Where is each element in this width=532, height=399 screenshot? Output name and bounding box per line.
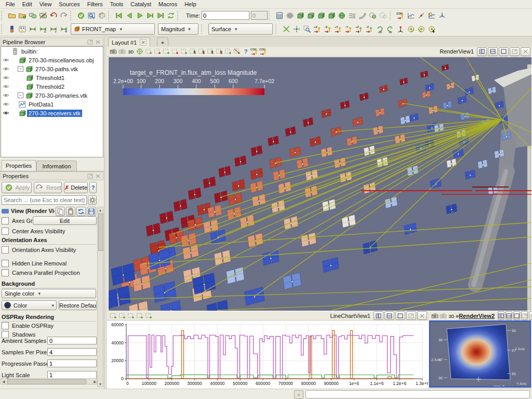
export-chart-icon[interactable] [144,312,153,320]
close-view-button[interactable] [521,47,530,56]
menu-macros[interactable]: Macros [155,1,181,8]
select-chart-rect-icon[interactable] [109,312,117,320]
popout-button[interactable] [87,38,93,46]
color-palette-icon[interactable] [97,10,107,21]
visibility-eye-icon[interactable] [1,111,10,115]
clear-selection-icon[interactable] [232,47,241,56]
close-view-button[interactable] [95,172,101,180]
hover-points-icon[interactable] [215,47,223,56]
menu-view[interactable]: View [36,1,56,8]
open-file-icon[interactable] [7,10,17,21]
popout-button[interactable] [87,172,93,180]
hover-cells-icon[interactable] [206,47,215,56]
split-vertical-button[interactable] [384,311,394,320]
axes-grid-edit-button[interactable]: Edit [33,216,97,225]
select-block-icon[interactable] [179,47,188,56]
search-options-gear-icon[interactable] [88,195,97,205]
calculator-icon[interactable] [274,10,285,21]
last-frame-icon[interactable] [155,10,166,21]
view-minus-y-icon[interactable]: -Y [343,24,354,34]
maximize-button[interactable] [395,311,405,320]
grow-selection-icon[interactable] [223,47,232,56]
redo-icon[interactable] [59,10,69,21]
popout-button[interactable] [510,47,520,56]
split-horizontal-button[interactable] [374,311,383,320]
representation-select[interactable]: Surface▾ [208,23,273,35]
hidden-line-checkbox[interactable] [2,260,9,267]
menu-sources[interactable]: Sources [55,1,83,8]
link-camera-icon[interactable] [117,47,126,56]
select-frustum-cells-icon[interactable] [162,47,170,56]
axes-grid-checkbox[interactable] [2,217,9,224]
visibility-eye-icon[interactable] [1,58,10,62]
background-color-button[interactable]: Color ▾ [2,300,57,310]
reset-camera-icon[interactable] [281,24,291,34]
select-chart-add-icon[interactable] [126,312,135,320]
ambient-samples-input[interactable] [47,337,97,344]
color-by-array-select[interactable]: FRONT_map▾ [71,23,155,35]
line-chart-view[interactable]: 0200004000060000010000020000030000040000… [108,321,428,388]
pipeline-item-plotdata1[interactable]: PlotData1 [1,100,103,109]
3d-toggle[interactable]: 3D [447,312,456,320]
component-select[interactable]: Magnitud▾ [158,23,198,35]
view-plus-x-icon[interactable]: +X [312,24,323,34]
interactive-cells-icon[interactable] [188,47,197,56]
clip-icon[interactable] [295,10,305,21]
help-icon[interactable]: ? [241,47,250,56]
menu-edit[interactable]: Edit [19,1,36,8]
pipeline-item-270-30-receivers-vtk[interactable]: 270-30-receivers.vtk [1,109,103,117]
enable-ospray-checkbox[interactable] [2,322,9,329]
zoom-to-box-icon[interactable] [302,24,312,34]
warp-icon[interactable] [357,10,368,21]
adjust-camera-icon[interactable] [431,312,439,320]
search-input[interactable] [2,195,87,205]
link-camera-icon[interactable] [439,312,447,320]
restore-defaults-button[interactable]: Restore Defau [59,300,97,310]
group-datasets-icon[interactable] [368,10,378,21]
popout-button[interactable] [521,311,528,320]
frame-index-input[interactable] [251,11,268,20]
center-axes-icon[interactable] [135,47,144,56]
tree-expander[interactable]: − [18,92,23,98]
first-frame-icon[interactable] [114,10,124,21]
edit-color-map-icon[interactable] [17,24,28,34]
refresh-properties-button[interactable] [76,207,86,216]
reset-button[interactable]: Reset [34,182,62,193]
samples-per-pixel-input[interactable] [47,348,97,356]
rotate-90-cw-icon[interactable]: +90 [375,24,385,34]
close-panel-button[interactable] [94,38,101,46]
rescale-temporal-icon[interactable]: t [48,24,59,34]
visibility-eye-icon[interactable] [1,84,10,89]
quartile-chart-icon[interactable] [406,10,416,21]
roll-cw-icon[interactable] [406,24,416,34]
probe-location-icon[interactable] [416,10,427,21]
auto-apply-icon[interactable] [76,10,86,21]
find-data-icon[interactable] [86,10,97,21]
tree-expander[interactable]: − [18,66,23,72]
split-vertical-button[interactable] [488,47,498,56]
visibility-eye-icon[interactable] [1,93,10,98]
pipeline-item-threshold2[interactable]: Threshold2 [1,82,103,91]
interactive-points-icon[interactable] [197,47,206,56]
split-view-icon[interactable]: -ICON [395,10,406,21]
pipeline-item-270-30-paths-vtk[interactable]: −270-30-paths.vtk [1,64,103,73]
render-view-1[interactable]: target_e_FRONT_in.flux_atm_loss Magnitud… [108,57,532,311]
stream-tracer-icon[interactable] [347,10,357,21]
edit-view-icon[interactable]: -ICON [250,47,259,56]
orientation-axes-icon[interactable] [437,10,447,21]
cancel-progress-button[interactable]: × [294,390,303,399]
delete-view-icon[interactable]: -ICON [259,47,268,56]
rescale-data-range-icon[interactable] [28,24,38,34]
rescale-visible-icon[interactable] [59,24,69,34]
adjust-camera-icon[interactable] [109,47,117,56]
plot-over-time-icon[interactable] [427,10,437,21]
maximize-button[interactable] [513,311,520,320]
close-panel-button[interactable] [94,172,101,180]
ungroup-icon[interactable] [378,10,389,21]
extract-subset-icon[interactable] [326,10,337,21]
disconnect-server-icon[interactable] [38,10,48,21]
select-chart-poly-icon[interactable] [117,312,126,320]
view-minus-z-icon[interactable]: -Z [364,24,375,34]
camera-orientation-icon[interactable] [395,24,406,34]
rescale-custom-range-icon[interactable]: C [38,24,48,34]
